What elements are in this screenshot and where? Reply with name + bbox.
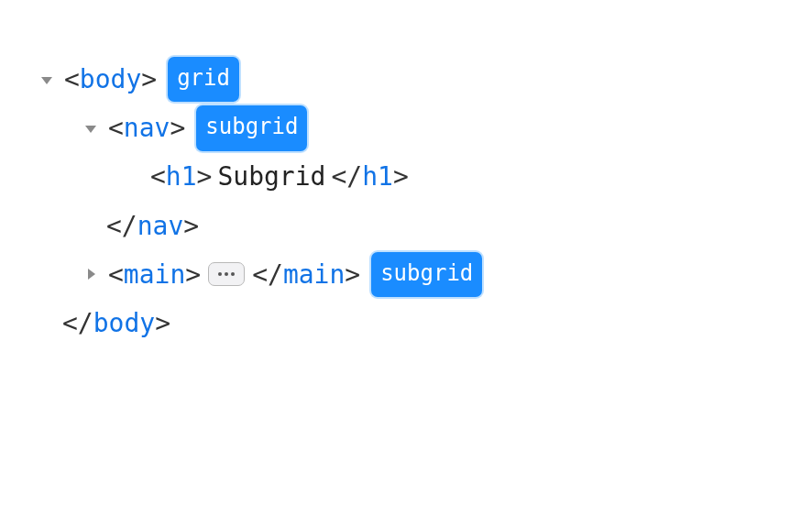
tag-close: </nav> xyxy=(106,202,199,250)
tree-row-h1[interactable]: <h1>Subgrid</h1> xyxy=(37,152,775,201)
grid-badge[interactable]: grid xyxy=(168,57,239,103)
tree-row-nav-open[interactable]: <nav> subgrid xyxy=(37,104,775,152)
tag-name: nav xyxy=(137,211,184,241)
expand-ellipsis-button[interactable] xyxy=(208,262,245,286)
tag-name: nav xyxy=(124,113,170,143)
dom-tree: <body> grid <nav> subgrid <h1>Subgrid</h… xyxy=(37,55,775,347)
tag-open: <nav> xyxy=(108,104,185,152)
tree-row-main[interactable]: <main> </main> subgrid xyxy=(37,250,775,299)
disclosure-triangle-expanded-icon[interactable] xyxy=(37,70,57,90)
tag-name: h1 xyxy=(362,161,393,192)
tag-name: body xyxy=(80,64,141,94)
subgrid-badge[interactable]: subgrid xyxy=(196,105,307,151)
subgrid-badge[interactable]: subgrid xyxy=(371,252,482,298)
tag-name: main xyxy=(124,259,185,290)
tag-name: body xyxy=(93,308,155,338)
tree-row-body-open[interactable]: <body> grid xyxy=(37,55,775,104)
disclosure-triangle-collapsed-icon[interactable] xyxy=(81,264,101,284)
disclosure-triangle-expanded-icon[interactable] xyxy=(81,118,101,138)
tag-open: <main> xyxy=(108,250,201,299)
tag-close: </main> xyxy=(252,250,360,299)
svg-point-1 xyxy=(225,272,228,276)
text-node: Subgrid xyxy=(217,152,325,201)
svg-point-2 xyxy=(231,272,235,276)
svg-point-0 xyxy=(218,272,222,276)
tag-open: <body> xyxy=(64,55,157,104)
tag-close: </h1> xyxy=(331,152,408,201)
tree-row-nav-close[interactable]: </nav> xyxy=(37,202,775,250)
tree-row-body-close[interactable]: </body> xyxy=(37,299,775,347)
tag-close: </body> xyxy=(62,299,170,347)
tag-name: h1 xyxy=(166,161,197,192)
tag-name: main xyxy=(283,259,345,290)
tag-open: <h1> xyxy=(150,152,212,201)
